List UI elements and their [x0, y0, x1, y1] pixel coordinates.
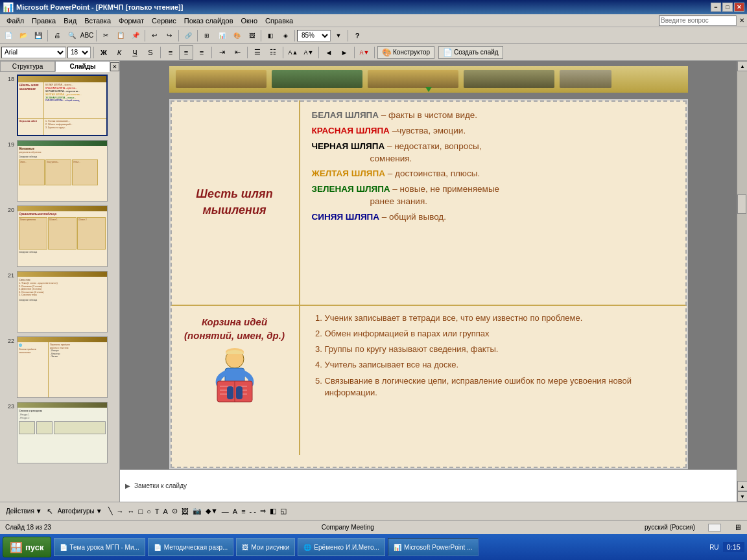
indent-increase[interactable]: ⇥: [215, 45, 229, 60]
taskbar-item-1[interactable]: 📄 Тема урока МГП - Ми...: [54, 538, 145, 556]
slide-preview-19[interactable]: Желаемые результаты обучения Сводная таб…: [17, 140, 108, 202]
slide-thumb-18[interactable]: 18 Шесть шляп мышления БЕЛАЯ ШЛЯПА – фак…: [3, 75, 117, 136]
create-slide-button[interactable]: 📄 Создать слайд: [438, 46, 503, 59]
move-right[interactable]: ►: [337, 45, 351, 60]
strike-button[interactable]: S: [143, 45, 158, 60]
undo-button[interactable]: ↩: [147, 29, 161, 43]
font-select[interactable]: Arial: [1, 47, 66, 58]
main-slide[interactable]: Шесть шляпмышления БЕЛАЯ ШЛЯПА – факты в…: [169, 99, 688, 469]
slide-preview-20[interactable]: Сравнительная таблица Линия сравнения Об…: [17, 205, 108, 267]
font-color[interactable]: A▼: [357, 45, 372, 60]
menu-edit[interactable]: Правка: [28, 14, 60, 27]
list-num[interactable]: ☷: [266, 45, 280, 60]
table-button[interactable]: ⊞: [200, 29, 214, 43]
scroll-down-btn-top[interactable]: ▲: [737, 481, 747, 491]
notes-expand-icon[interactable]: ▶: [125, 482, 130, 489]
arrow-tool-icon[interactable]: →: [117, 508, 124, 515]
align-right-fmt[interactable]: ≡: [195, 45, 209, 60]
decrease-font[interactable]: A▼: [302, 45, 316, 60]
slide-thumb-19[interactable]: 19 Желаемые результаты обучения Сводная …: [3, 140, 117, 202]
print-button[interactable]: 🖨: [50, 29, 64, 43]
zoom-btn[interactable]: ▼: [331, 29, 346, 43]
slide-thumb-22[interactable]: 22 🌐 Список приёмов технологии: [3, 336, 117, 398]
oval-tool-icon[interactable]: ○: [147, 508, 151, 515]
slide-thumb-20[interactable]: 20 Сравнительная таблица Линия сравнения…: [3, 205, 117, 267]
konstructor-button[interactable]: 🎨 Конструктор: [377, 46, 434, 59]
menu-slideshow[interactable]: Показ слайдов: [180, 14, 237, 27]
move-left[interactable]: ◄: [322, 45, 336, 60]
fill-color-tool-icon[interactable]: ◆▼: [206, 507, 218, 515]
hyperlink-button[interactable]: 🔗: [181, 29, 195, 43]
preview-button[interactable]: 🔍: [65, 29, 79, 43]
slide-preview-23[interactable]: Список и ресурсы - Ресурс 1 - Ресурс 2: [17, 402, 108, 463]
menu-insert[interactable]: Вставка: [80, 14, 115, 27]
help-button[interactable]: ?: [350, 29, 364, 43]
line-style-icon[interactable]: ≡: [241, 508, 245, 515]
align-center-btn[interactable]: ◈: [278, 29, 292, 43]
maximize-button[interactable]: □: [722, 3, 733, 12]
italic-button[interactable]: К: [112, 45, 126, 60]
taskbar-item-5[interactable]: 📊 Microsoft PowerPoint ...: [388, 538, 479, 556]
minimize-button[interactable]: −: [711, 3, 721, 12]
clipart-tool-icon[interactable]: 🖼: [182, 508, 189, 515]
tab-slides[interactable]: Слайды: [55, 61, 110, 72]
photo-tool-icon[interactable]: 📷: [193, 507, 202, 515]
actions-button[interactable]: Действия ▼: [3, 504, 45, 519]
autoshapes-button[interactable]: Автофигуры ▼: [54, 504, 106, 519]
menu-view[interactable]: Вид: [60, 14, 80, 27]
zoom-select[interactable]: 85%75%100%: [297, 30, 331, 41]
line-color-icon[interactable]: —: [222, 508, 229, 515]
scroll-thumb[interactable]: [737, 194, 746, 214]
menu-file[interactable]: Файл: [3, 14, 28, 27]
align-left-fmt[interactable]: ≡: [163, 45, 178, 60]
picture-button[interactable]: 🖼: [244, 29, 259, 43]
taskbar-item-4[interactable]: 🌐 Ерёменко И.И.Мето...: [298, 538, 385, 556]
start-button[interactable]: 🪟 пуск: [3, 537, 51, 557]
slide-preview-21[interactable]: Синк-ним 1. Тема (1 слово - существитель…: [17, 271, 108, 332]
new-button[interactable]: 📄: [1, 29, 16, 43]
open-button[interactable]: 📂: [16, 29, 30, 43]
double-arrow-icon[interactable]: ↔: [128, 508, 135, 515]
menu-tools[interactable]: Сервис: [148, 14, 180, 27]
chart-button[interactable]: 📊: [215, 29, 229, 43]
tab-structure[interactable]: Структура: [0, 61, 55, 72]
underline-button[interactable]: Ч: [128, 45, 142, 60]
panel-close-button[interactable]: ✕: [110, 62, 119, 71]
arrow-style-icon[interactable]: ⇒: [260, 507, 266, 515]
menu-window[interactable]: Окно: [237, 14, 262, 27]
taskbar-item-2[interactable]: 📄 Методическая разр...: [148, 538, 234, 556]
align-left-btn[interactable]: ◧: [263, 29, 278, 43]
scroll-down-btn-bottom[interactable]: ▼: [737, 491, 747, 502]
increase-font[interactable]: A▲: [286, 45, 300, 60]
slide-thumb-21[interactable]: 21 Синк-ним 1. Тема (1 слово - существит…: [3, 271, 117, 332]
align-center-fmt[interactable]: ≡: [179, 45, 193, 60]
menu-help[interactable]: Справка: [261, 14, 297, 27]
indent-decrease[interactable]: ⇤: [230, 45, 244, 60]
line-tool-icon[interactable]: ╲: [108, 507, 113, 515]
dash-style-icon[interactable]: - -: [250, 508, 256, 515]
search-close-icon[interactable]: ✕: [739, 17, 744, 24]
3d-icon[interactable]: ◱: [280, 507, 287, 515]
save-button[interactable]: 💾: [31, 29, 45, 43]
slide-preview-22[interactable]: 🌐 Список приёмов технологии Перечень при…: [17, 336, 108, 398]
clipart-button[interactable]: 🎨: [230, 29, 244, 43]
redo-button[interactable]: ↪: [162, 29, 176, 43]
font-color-tool-icon[interactable]: A: [233, 508, 237, 515]
scroll-up-button[interactable]: ▲: [737, 61, 747, 71]
close-button[interactable]: ✕: [734, 3, 744, 12]
wordart-tool-icon[interactable]: A: [163, 508, 168, 515]
paste-button[interactable]: 📌: [128, 29, 143, 43]
diagram-tool-icon[interactable]: ⊙: [172, 507, 178, 515]
taskbar-item-3[interactable]: 🖼 Мои рисунки: [236, 538, 295, 556]
search-input[interactable]: [659, 16, 737, 26]
cut-button[interactable]: ✂: [99, 29, 113, 43]
list-bullet[interactable]: ☰: [250, 45, 265, 60]
menu-format[interactable]: Формат: [115, 14, 148, 27]
bold-button[interactable]: Ж: [97, 45, 111, 60]
rect-tool-icon[interactable]: □: [139, 508, 143, 515]
copy-button[interactable]: 📋: [113, 29, 128, 43]
shadow-icon[interactable]: ◧: [270, 507, 276, 515]
fontsize-select[interactable]: 18: [67, 47, 91, 58]
textbox-tool-icon[interactable]: T: [155, 508, 160, 515]
slide-thumb-23[interactable]: 23 Список и ресурсы - Ресурс 1 - Ресурс …: [3, 402, 117, 463]
